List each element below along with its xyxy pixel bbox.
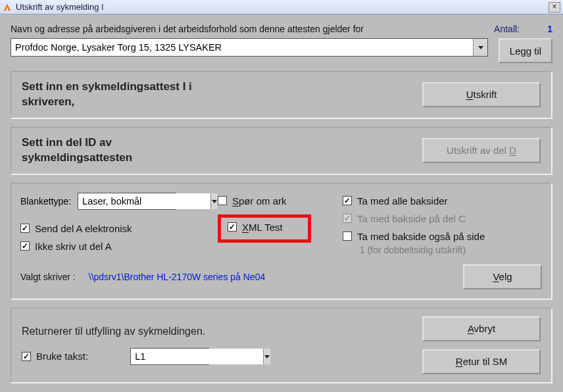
takst-input[interactable] — [131, 349, 263, 364]
valgt-skriver-value: \\pdsrv1\Brother HL-2170W series på Ne04 — [89, 272, 265, 282]
print-attest-panel: Sett inn en sykmeldingsattest I i skrive… — [11, 71, 552, 119]
ta-med-side1-checkbox[interactable]: Ta med bakside også på side — [343, 231, 540, 242]
chevron-down-icon[interactable] — [210, 193, 218, 209]
velg-button[interactable]: Velg — [463, 264, 542, 289]
employer-label: Navn og adresse på arbeidsgiveren i det … — [11, 24, 494, 34]
ikke-skriv-checkbox[interactable]: ✓ Ikke skriv ut del A — [20, 241, 218, 252]
app-icon — [3, 3, 12, 12]
legg-til-label: Legg til — [510, 45, 541, 57]
blankettype-label: Blankettype: — [20, 196, 71, 207]
svg-marker-2 — [478, 46, 483, 49]
side1-note: 1 (for dobbeltsidig utskrift) — [360, 245, 540, 255]
options-panel: Blankettype: ✓ Send del A elektronisk ✓ … — [11, 183, 552, 300]
close-button[interactable]: × — [549, 2, 560, 12]
employer-input[interactable] — [11, 39, 473, 56]
svg-marker-4 — [264, 355, 270, 358]
titlebar: Utskrift av sykmelding I × — [0, 0, 563, 14]
send-del-a-checkbox[interactable]: ✓ Send del A elektronisk — [20, 223, 218, 234]
antall-label: Antall: — [494, 24, 520, 34]
avbryt-button[interactable]: Avbryt — [422, 316, 541, 341]
employer-combobox[interactable] — [11, 38, 488, 57]
print-del-d-panel: Sett inn del ID av sykmeldingsattesten U… — [11, 127, 552, 175]
spor-om-ark-checkbox[interactable]: Spør om ark — [218, 195, 343, 207]
chevron-down-icon[interactable] — [473, 39, 487, 56]
svg-marker-3 — [212, 200, 217, 203]
return-text: Returnerer til utfylling av sykmeldingen… — [22, 326, 422, 337]
antall-value: 1 — [533, 24, 552, 34]
legg-til-button[interactable]: Legg til — [499, 38, 552, 63]
blankettype-input[interactable] — [78, 193, 210, 209]
ta-med-c-checkbox[interactable]: ✓ Ta med bakside på del C — [343, 213, 540, 224]
chevron-down-icon[interactable] — [263, 349, 270, 364]
panel2-title: Sett inn del ID av sykmeldingsattesten — [22, 135, 132, 166]
utskrift-button[interactable]: Utskrift — [422, 82, 541, 107]
utskrift-del-d-button[interactable]: Utskrift av del D — [422, 138, 541, 163]
return-panel: Returnerer til utfylling av sykmeldingen… — [11, 308, 552, 383]
takst-combobox[interactable] — [130, 348, 209, 365]
valgt-skriver-label: Valgt skriver : — [20, 272, 76, 282]
retur-button[interactable]: Retur til SM — [422, 349, 541, 374]
xml-test-highlight: ✓ XML Test — [218, 214, 311, 243]
blankettype-combobox[interactable] — [78, 193, 176, 210]
ta-med-alle-checkbox[interactable]: ✓ Ta med alle baksider — [343, 195, 540, 207]
window-title: Utskrift av sykmelding I — [16, 2, 104, 12]
xml-test-checkbox[interactable]: ✓ XML Test — [228, 222, 301, 233]
bruke-takst-checkbox[interactable]: ✓ Bruke takst: — [22, 351, 88, 362]
panel1-title: Sett inn en sykmeldingsattest I i skrive… — [22, 80, 192, 110]
